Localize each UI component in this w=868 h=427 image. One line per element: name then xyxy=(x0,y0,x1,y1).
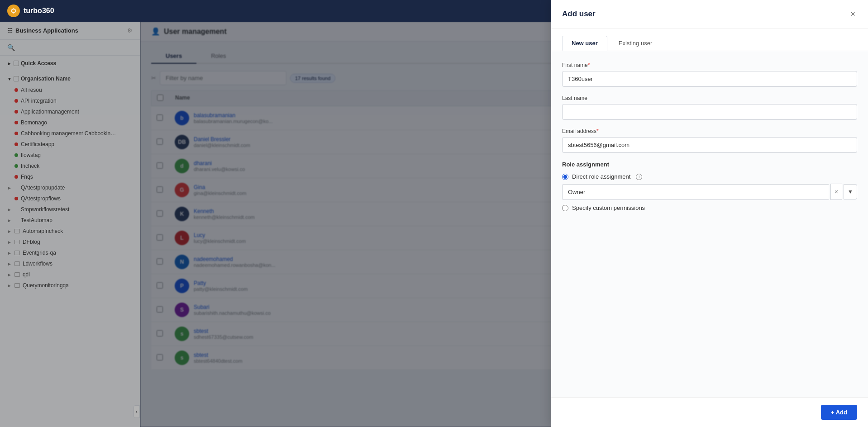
email-group: Email address* xyxy=(562,128,857,153)
role-section-title: Role assignment xyxy=(562,161,857,168)
info-icon[interactable]: i xyxy=(636,174,642,180)
app-name: turbo360 xyxy=(24,7,54,15)
direct-role-label: Direct role assignment xyxy=(572,173,630,180)
email-input[interactable] xyxy=(562,137,857,153)
first-name-label: First name* xyxy=(562,62,857,68)
role-dropdown-row: × ▼ xyxy=(562,184,857,200)
add-user-modal: Add user × New user Existing user First … xyxy=(551,0,868,427)
modal-footer: + Add xyxy=(551,397,868,427)
radio-custom-permissions: Specify custom permissions xyxy=(562,204,857,211)
role-clear-button[interactable]: × xyxy=(830,184,842,200)
role-dropdown-input[interactable] xyxy=(562,184,829,200)
email-label: Email address* xyxy=(562,128,857,134)
tab-existing-user[interactable]: Existing user xyxy=(609,36,662,51)
last-name-label: Last name xyxy=(562,95,857,101)
radio-group: Direct role assignment i xyxy=(562,173,857,180)
last-name-input[interactable] xyxy=(562,104,857,120)
direct-role-radio[interactable] xyxy=(562,174,568,180)
modal-tabs: New user Existing user xyxy=(551,28,868,51)
app-logo[interactable]: turbo360 xyxy=(7,5,54,17)
first-name-group: First name* xyxy=(562,62,857,87)
svg-point-0 xyxy=(12,9,15,12)
logo-icon xyxy=(7,5,20,17)
add-button[interactable]: + Add xyxy=(821,405,857,420)
first-name-input[interactable] xyxy=(562,71,857,87)
close-button[interactable]: × xyxy=(849,8,857,20)
custom-permissions-label: Specify custom permissions xyxy=(572,204,645,211)
modal-body: First name* Last name Email address* Rol… xyxy=(551,51,868,397)
modal-title: Add user xyxy=(562,9,596,19)
role-assignment-group: Role assignment Direct role assignment i… xyxy=(562,161,857,211)
radio-direct-role: Direct role assignment i xyxy=(562,173,857,180)
modal-header: Add user × xyxy=(551,0,868,28)
tab-new-user[interactable]: New user xyxy=(562,36,607,51)
role-dropdown-button[interactable]: ▼ xyxy=(844,184,857,199)
last-name-group: Last name xyxy=(562,95,857,120)
custom-permissions-radio[interactable] xyxy=(562,205,568,211)
